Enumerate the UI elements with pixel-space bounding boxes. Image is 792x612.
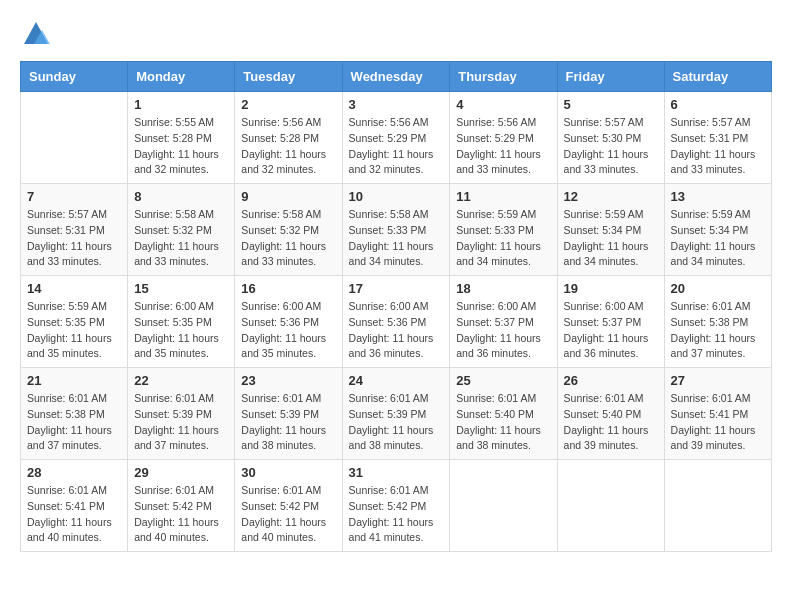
day-number: 7 — [27, 189, 121, 204]
calendar-cell: 20Sunrise: 6:01 AM Sunset: 5:38 PM Dayli… — [664, 276, 771, 368]
day-number: 11 — [456, 189, 550, 204]
day-number: 13 — [671, 189, 765, 204]
logo — [20, 20, 50, 53]
day-header-wednesday: Wednesday — [342, 62, 450, 92]
calendar-week-3: 21Sunrise: 6:01 AM Sunset: 5:38 PM Dayli… — [21, 368, 772, 460]
day-number: 4 — [456, 97, 550, 112]
day-number: 1 — [134, 97, 228, 112]
day-header-sunday: Sunday — [21, 62, 128, 92]
logo-icon — [22, 20, 50, 48]
calendar-week-4: 28Sunrise: 6:01 AM Sunset: 5:41 PM Dayli… — [21, 460, 772, 552]
calendar-cell: 24Sunrise: 6:01 AM Sunset: 5:39 PM Dayli… — [342, 368, 450, 460]
calendar-week-0: 1Sunrise: 5:55 AM Sunset: 5:28 PM Daylig… — [21, 92, 772, 184]
calendar-cell: 7Sunrise: 5:57 AM Sunset: 5:31 PM Daylig… — [21, 184, 128, 276]
day-number: 15 — [134, 281, 228, 296]
day-info: Sunrise: 5:57 AM Sunset: 5:30 PM Dayligh… — [564, 115, 658, 178]
calendar-cell: 2Sunrise: 5:56 AM Sunset: 5:28 PM Daylig… — [235, 92, 342, 184]
day-info: Sunrise: 5:58 AM Sunset: 5:32 PM Dayligh… — [241, 207, 335, 270]
day-info: Sunrise: 6:01 AM Sunset: 5:39 PM Dayligh… — [349, 391, 444, 454]
day-number: 5 — [564, 97, 658, 112]
calendar-cell: 3Sunrise: 5:56 AM Sunset: 5:29 PM Daylig… — [342, 92, 450, 184]
calendar-cell: 4Sunrise: 5:56 AM Sunset: 5:29 PM Daylig… — [450, 92, 557, 184]
calendar-cell: 8Sunrise: 5:58 AM Sunset: 5:32 PM Daylig… — [128, 184, 235, 276]
day-info: Sunrise: 6:01 AM Sunset: 5:39 PM Dayligh… — [241, 391, 335, 454]
day-number: 14 — [27, 281, 121, 296]
calendar-cell: 11Sunrise: 5:59 AM Sunset: 5:33 PM Dayli… — [450, 184, 557, 276]
day-number: 18 — [456, 281, 550, 296]
calendar-cell: 1Sunrise: 5:55 AM Sunset: 5:28 PM Daylig… — [128, 92, 235, 184]
day-info: Sunrise: 6:00 AM Sunset: 5:35 PM Dayligh… — [134, 299, 228, 362]
calendar-cell: 12Sunrise: 5:59 AM Sunset: 5:34 PM Dayli… — [557, 184, 664, 276]
calendar-cell: 15Sunrise: 6:00 AM Sunset: 5:35 PM Dayli… — [128, 276, 235, 368]
day-info: Sunrise: 6:00 AM Sunset: 5:37 PM Dayligh… — [564, 299, 658, 362]
day-info: Sunrise: 6:01 AM Sunset: 5:41 PM Dayligh… — [671, 391, 765, 454]
day-info: Sunrise: 5:56 AM Sunset: 5:28 PM Dayligh… — [241, 115, 335, 178]
day-info: Sunrise: 6:01 AM Sunset: 5:40 PM Dayligh… — [564, 391, 658, 454]
day-number: 22 — [134, 373, 228, 388]
day-number: 21 — [27, 373, 121, 388]
header-row: SundayMondayTuesdayWednesdayThursdayFrid… — [21, 62, 772, 92]
day-info: Sunrise: 5:59 AM Sunset: 5:33 PM Dayligh… — [456, 207, 550, 270]
day-number: 26 — [564, 373, 658, 388]
day-header-saturday: Saturday — [664, 62, 771, 92]
calendar-cell — [664, 460, 771, 552]
calendar-week-1: 7Sunrise: 5:57 AM Sunset: 5:31 PM Daylig… — [21, 184, 772, 276]
day-info: Sunrise: 5:56 AM Sunset: 5:29 PM Dayligh… — [349, 115, 444, 178]
calendar-cell — [557, 460, 664, 552]
day-info: Sunrise: 5:56 AM Sunset: 5:29 PM Dayligh… — [456, 115, 550, 178]
day-number: 3 — [349, 97, 444, 112]
calendar-table: SundayMondayTuesdayWednesdayThursdayFrid… — [20, 61, 772, 552]
calendar-cell: 26Sunrise: 6:01 AM Sunset: 5:40 PM Dayli… — [557, 368, 664, 460]
day-info: Sunrise: 6:01 AM Sunset: 5:38 PM Dayligh… — [671, 299, 765, 362]
calendar-cell: 14Sunrise: 5:59 AM Sunset: 5:35 PM Dayli… — [21, 276, 128, 368]
day-header-thursday: Thursday — [450, 62, 557, 92]
calendar-cell: 16Sunrise: 6:00 AM Sunset: 5:36 PM Dayli… — [235, 276, 342, 368]
calendar-cell: 31Sunrise: 6:01 AM Sunset: 5:42 PM Dayli… — [342, 460, 450, 552]
day-info: Sunrise: 6:01 AM Sunset: 5:42 PM Dayligh… — [241, 483, 335, 546]
calendar-cell: 9Sunrise: 5:58 AM Sunset: 5:32 PM Daylig… — [235, 184, 342, 276]
calendar-cell: 21Sunrise: 6:01 AM Sunset: 5:38 PM Dayli… — [21, 368, 128, 460]
day-info: Sunrise: 5:59 AM Sunset: 5:34 PM Dayligh… — [671, 207, 765, 270]
calendar-cell: 22Sunrise: 6:01 AM Sunset: 5:39 PM Dayli… — [128, 368, 235, 460]
day-number: 25 — [456, 373, 550, 388]
calendar-cell: 30Sunrise: 6:01 AM Sunset: 5:42 PM Dayli… — [235, 460, 342, 552]
page-header — [20, 20, 772, 53]
day-number: 20 — [671, 281, 765, 296]
day-number: 8 — [134, 189, 228, 204]
day-info: Sunrise: 6:00 AM Sunset: 5:36 PM Dayligh… — [241, 299, 335, 362]
day-info: Sunrise: 5:57 AM Sunset: 5:31 PM Dayligh… — [27, 207, 121, 270]
day-number: 29 — [134, 465, 228, 480]
day-number: 28 — [27, 465, 121, 480]
day-info: Sunrise: 5:59 AM Sunset: 5:35 PM Dayligh… — [27, 299, 121, 362]
calendar-cell: 17Sunrise: 6:00 AM Sunset: 5:36 PM Dayli… — [342, 276, 450, 368]
day-header-monday: Monday — [128, 62, 235, 92]
day-info: Sunrise: 6:00 AM Sunset: 5:37 PM Dayligh… — [456, 299, 550, 362]
calendar-week-2: 14Sunrise: 5:59 AM Sunset: 5:35 PM Dayli… — [21, 276, 772, 368]
calendar-cell: 28Sunrise: 6:01 AM Sunset: 5:41 PM Dayli… — [21, 460, 128, 552]
calendar-cell: 27Sunrise: 6:01 AM Sunset: 5:41 PM Dayli… — [664, 368, 771, 460]
day-number: 9 — [241, 189, 335, 204]
day-number: 19 — [564, 281, 658, 296]
day-number: 24 — [349, 373, 444, 388]
day-info: Sunrise: 6:01 AM Sunset: 5:40 PM Dayligh… — [456, 391, 550, 454]
day-number: 23 — [241, 373, 335, 388]
calendar-cell: 5Sunrise: 5:57 AM Sunset: 5:30 PM Daylig… — [557, 92, 664, 184]
calendar-cell: 13Sunrise: 5:59 AM Sunset: 5:34 PM Dayli… — [664, 184, 771, 276]
day-info: Sunrise: 6:01 AM Sunset: 5:42 PM Dayligh… — [349, 483, 444, 546]
day-info: Sunrise: 5:55 AM Sunset: 5:28 PM Dayligh… — [134, 115, 228, 178]
calendar-cell — [450, 460, 557, 552]
calendar-cell: 29Sunrise: 6:01 AM Sunset: 5:42 PM Dayli… — [128, 460, 235, 552]
day-info: Sunrise: 5:57 AM Sunset: 5:31 PM Dayligh… — [671, 115, 765, 178]
calendar-cell: 18Sunrise: 6:00 AM Sunset: 5:37 PM Dayli… — [450, 276, 557, 368]
day-info: Sunrise: 5:58 AM Sunset: 5:32 PM Dayligh… — [134, 207, 228, 270]
calendar-cell: 6Sunrise: 5:57 AM Sunset: 5:31 PM Daylig… — [664, 92, 771, 184]
day-number: 27 — [671, 373, 765, 388]
day-number: 6 — [671, 97, 765, 112]
day-number: 2 — [241, 97, 335, 112]
calendar-cell: 25Sunrise: 6:01 AM Sunset: 5:40 PM Dayli… — [450, 368, 557, 460]
day-number: 31 — [349, 465, 444, 480]
day-number: 10 — [349, 189, 444, 204]
calendar-cell — [21, 92, 128, 184]
day-info: Sunrise: 5:59 AM Sunset: 5:34 PM Dayligh… — [564, 207, 658, 270]
day-info: Sunrise: 6:01 AM Sunset: 5:42 PM Dayligh… — [134, 483, 228, 546]
